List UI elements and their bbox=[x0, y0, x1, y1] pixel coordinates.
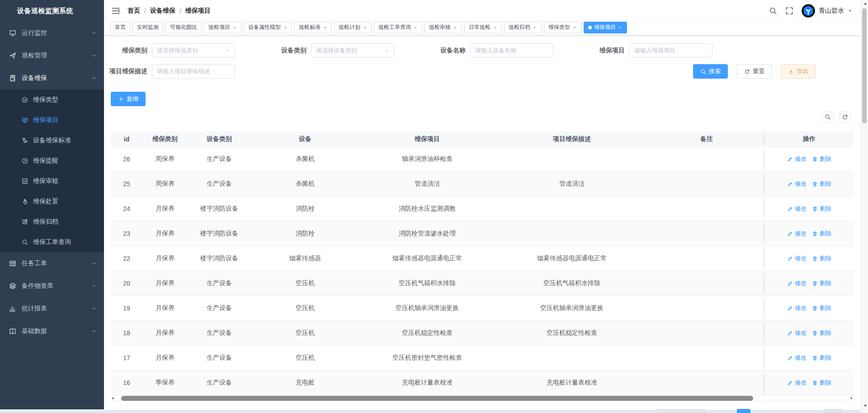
desc-input[interactable]: 请输入项目维保描述 bbox=[152, 65, 235, 79]
tab-close-icon[interactable] bbox=[453, 25, 458, 30]
filter-control[interactable]: 请选择维保类别 bbox=[152, 43, 235, 57]
export-button[interactable]: 导出 bbox=[781, 64, 816, 79]
tab[interactable]: 巡检项目 bbox=[204, 22, 241, 33]
sidebar-submenu-item[interactable]: 维保类型 bbox=[0, 89, 104, 110]
pagination-active-page-stub[interactable] bbox=[737, 409, 750, 413]
edit-link[interactable]: 修改 bbox=[787, 279, 807, 287]
scroll-up-arrow-icon[interactable] bbox=[862, 1, 868, 6]
sidebar-submenu-label: 维保类型 bbox=[33, 96, 58, 104]
sidebar-submenu-item[interactable]: 维保项目 bbox=[0, 110, 104, 130]
sidebar-submenu-item[interactable]: 维保提醒 bbox=[0, 150, 104, 171]
sidebar-group-item[interactable]: 基础数据 bbox=[0, 320, 104, 343]
delete-link[interactable]: 删除 bbox=[812, 354, 831, 362]
cell-device: 消防栓 bbox=[251, 221, 359, 246]
tab[interactable]: 维保项目 bbox=[584, 22, 627, 33]
delete-link[interactable]: 删除 bbox=[812, 329, 831, 337]
tab-close-icon[interactable] bbox=[413, 25, 418, 30]
fullscreen-icon[interactable] bbox=[785, 7, 793, 15]
scroll-down-arrow-icon[interactable] bbox=[862, 403, 868, 408]
tab[interactable]: 首页 bbox=[110, 22, 130, 33]
pagination-total-stub[interactable] bbox=[655, 409, 706, 413]
sidebar-submenu-item[interactable]: 设备维保标准 bbox=[0, 130, 104, 150]
edit-link[interactable]: 修改 bbox=[787, 230, 807, 238]
filter-placeholder: 请选择设备类别 bbox=[316, 47, 384, 55]
user-menu[interactable]: 青山碧水 bbox=[802, 4, 852, 18]
tab-close-icon[interactable] bbox=[283, 25, 288, 30]
tab[interactable]: 维保类型 bbox=[544, 22, 581, 33]
table-row: 16 季保养 生产设备 充电桩 充电桩计量表校准 充电桩计量表校准 修改 bbox=[111, 371, 854, 395]
sidebar-group-item[interactable]: 运行监控 bbox=[0, 22, 104, 44]
tab-close-icon[interactable] bbox=[232, 25, 237, 30]
sidebar-submenu-item[interactable]: 维保归档 bbox=[0, 211, 104, 232]
tab-close-icon[interactable] bbox=[493, 25, 497, 30]
filter-control[interactable]: 请输入设备名称 bbox=[470, 43, 553, 57]
delete-link[interactable]: 删除 bbox=[812, 279, 831, 287]
table-search-toggle-button[interactable] bbox=[821, 111, 834, 123]
sidebar-group-item[interactable]: 任务工单 bbox=[0, 252, 104, 275]
tab[interactable]: 巡检工单查询 bbox=[374, 22, 422, 33]
delete-link[interactable]: 删除 bbox=[812, 304, 831, 312]
edit-link[interactable]: 修改 bbox=[787, 304, 807, 312]
horizontal-scroll-track[interactable] bbox=[115, 396, 849, 401]
breadcrumb-label[interactable]: 首页 bbox=[127, 7, 140, 15]
cell-id: 26 bbox=[111, 147, 142, 171]
sidebar-submenu-label: 维保提醒 bbox=[33, 157, 58, 165]
pagination-next-stub[interactable] bbox=[823, 409, 843, 413]
edit-link[interactable]: 修改 bbox=[787, 329, 807, 337]
sidebar-submenu-item[interactable]: 维保工单查询 bbox=[0, 232, 104, 252]
tab-close-icon[interactable] bbox=[363, 25, 367, 30]
breadcrumb-item[interactable]: 首页 / bbox=[127, 7, 150, 15]
filter-control[interactable]: 请选择设备类别 bbox=[311, 43, 394, 57]
edit-link[interactable]: 修改 bbox=[787, 180, 807, 188]
delete-link[interactable]: 删除 bbox=[812, 230, 831, 238]
add-button[interactable]: 新增 bbox=[111, 92, 146, 106]
vertical-scrollbar[interactable] bbox=[860, 0, 868, 413]
horizontal-scroll-thumb[interactable] bbox=[121, 396, 753, 401]
breadcrumb-item[interactable]: 维保项目 bbox=[185, 7, 211, 15]
tab[interactable]: 巡检归档 bbox=[504, 22, 542, 33]
sidebar-group-item[interactable]: 设备维保 bbox=[0, 67, 104, 89]
sidebar-group-item[interactable]: 统计报表 bbox=[0, 297, 104, 320]
breadcrumb-label[interactable]: 设备维保 bbox=[150, 7, 175, 15]
tab[interactable]: 可视化园区 bbox=[165, 22, 202, 33]
cell-project: 空压机气箱积水排除 bbox=[359, 271, 495, 296]
delete-link[interactable]: 删除 bbox=[812, 180, 831, 188]
tab[interactable]: 巡检标准 bbox=[294, 22, 332, 33]
sidebar-fold-icon[interactable] bbox=[111, 6, 120, 15]
delete-link[interactable]: 删除 bbox=[812, 254, 831, 263]
horizontal-scrollbar[interactable] bbox=[111, 395, 854, 401]
tab[interactable]: 日常巡检 bbox=[464, 22, 502, 33]
filter-control[interactable]: 请输入维保项目 bbox=[629, 43, 712, 57]
search-button[interactable]: 搜索 bbox=[693, 64, 728, 79]
delete-link[interactable]: 删除 bbox=[812, 379, 831, 387]
tab-close-icon[interactable] bbox=[533, 25, 537, 30]
sidebar-submenu-item[interactable]: 维保审核 bbox=[0, 171, 104, 191]
table-refresh-button[interactable] bbox=[839, 111, 851, 123]
tab-close-icon[interactable] bbox=[323, 25, 327, 30]
tab[interactable]: 实时监测 bbox=[132, 22, 163, 33]
tab[interactable]: 巡检计划 bbox=[334, 22, 372, 33]
edit-link[interactable]: 修改 bbox=[787, 205, 807, 213]
tab-close-icon[interactable] bbox=[618, 25, 623, 30]
edit-link[interactable]: 修改 bbox=[787, 254, 807, 263]
cell-category: 周保养 bbox=[142, 172, 188, 196]
breadcrumb-label[interactable]: 维保项目 bbox=[185, 7, 211, 15]
breadcrumb-item[interactable]: 设备维保 / bbox=[150, 7, 185, 15]
edit-link[interactable]: 修改 bbox=[787, 155, 807, 163]
tab[interactable]: 巡检审核 bbox=[425, 22, 462, 33]
sidebar-group-item[interactable]: 备件物资库 bbox=[0, 275, 104, 297]
edit-link[interactable]: 修改 bbox=[787, 354, 807, 362]
toolbar: 新增 bbox=[111, 92, 860, 106]
header-search-icon[interactable] bbox=[769, 7, 777, 15]
tab-close-icon[interactable] bbox=[572, 25, 577, 30]
delete-link[interactable]: 删除 bbox=[812, 155, 831, 163]
tab[interactable]: 设备属性模型 bbox=[244, 22, 292, 33]
sidebar-submenu-item[interactable]: 维保处置 bbox=[0, 191, 104, 211]
edit-link[interactable]: 修改 bbox=[787, 379, 807, 387]
vertical-scroll-thumb[interactable] bbox=[862, 8, 867, 123]
scroll-left-arrow-icon[interactable] bbox=[111, 396, 115, 400]
delete-link[interactable]: 删除 bbox=[812, 205, 831, 213]
reset-button[interactable]: 重置 bbox=[737, 64, 772, 79]
scroll-right-arrow-icon[interactable] bbox=[849, 396, 854, 400]
sidebar-group-item[interactable]: 巡检管理 bbox=[0, 44, 104, 67]
